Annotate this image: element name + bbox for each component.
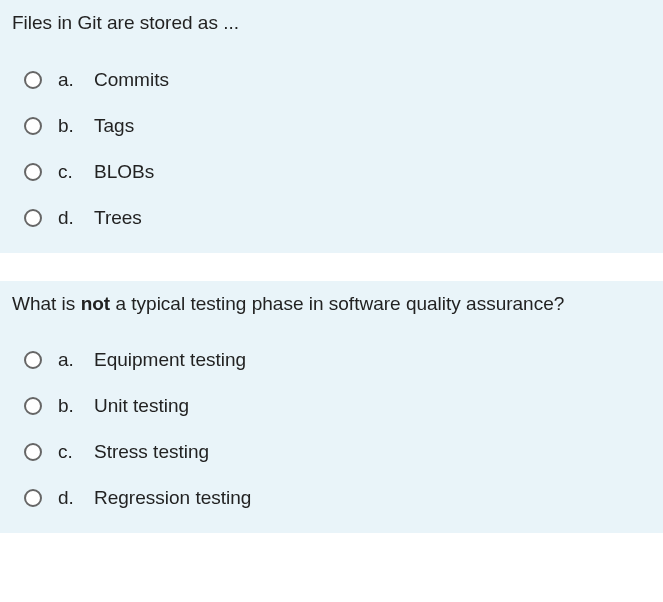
radio-button[interactable] bbox=[24, 209, 42, 227]
option-text: Stress testing bbox=[94, 441, 209, 463]
option-d: d. Trees bbox=[24, 207, 651, 229]
option-d: d. Regression testing bbox=[24, 487, 651, 509]
option-text: Equipment testing bbox=[94, 349, 246, 371]
option-letter: a. bbox=[58, 349, 86, 371]
radio-button[interactable] bbox=[24, 397, 42, 415]
radio-button[interactable] bbox=[24, 443, 42, 461]
question-prompt: Files in Git are stored as ... bbox=[12, 10, 651, 37]
radio-button[interactable] bbox=[24, 351, 42, 369]
question-1: Files in Git are stored as ... a. Commit… bbox=[0, 0, 663, 253]
option-letter: d. bbox=[58, 487, 86, 509]
options-list: a. Commits b. Tags c. BLOBs d. Trees bbox=[12, 69, 651, 229]
option-text: BLOBs bbox=[94, 161, 154, 183]
option-text: Tags bbox=[94, 115, 134, 137]
radio-button[interactable] bbox=[24, 489, 42, 507]
option-a: a. Equipment testing bbox=[24, 349, 651, 371]
radio-button[interactable] bbox=[24, 117, 42, 135]
option-c: c. BLOBs bbox=[24, 161, 651, 183]
option-text: Regression testing bbox=[94, 487, 251, 509]
question-2: What is not a typical testing phase in s… bbox=[0, 281, 663, 534]
options-list: a. Equipment testing b. Unit testing c. … bbox=[12, 349, 651, 509]
option-text: Commits bbox=[94, 69, 169, 91]
option-b: b. Unit testing bbox=[24, 395, 651, 417]
question-prompt: What is not a typical testing phase in s… bbox=[12, 291, 651, 318]
option-text: Unit testing bbox=[94, 395, 189, 417]
option-letter: c. bbox=[58, 161, 86, 183]
option-letter: d. bbox=[58, 207, 86, 229]
option-letter: a. bbox=[58, 69, 86, 91]
option-letter: b. bbox=[58, 115, 86, 137]
option-c: c. Stress testing bbox=[24, 441, 651, 463]
radio-button[interactable] bbox=[24, 163, 42, 181]
option-text: Trees bbox=[94, 207, 142, 229]
question-separator bbox=[0, 253, 663, 281]
option-b: b. Tags bbox=[24, 115, 651, 137]
radio-button[interactable] bbox=[24, 71, 42, 89]
option-a: a. Commits bbox=[24, 69, 651, 91]
option-letter: b. bbox=[58, 395, 86, 417]
option-letter: c. bbox=[58, 441, 86, 463]
